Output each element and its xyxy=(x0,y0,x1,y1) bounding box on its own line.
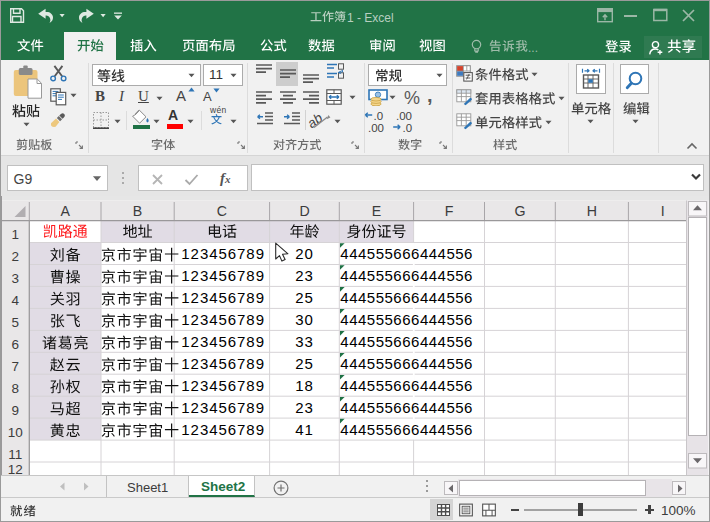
svg-text:41: 41 xyxy=(295,421,314,438)
svg-text:12: 12 xyxy=(8,462,23,476)
svg-text:8: 8 xyxy=(11,381,19,396)
svg-text:10: 10 xyxy=(8,425,23,440)
svg-text:444555666444556: 444555666444556 xyxy=(340,245,473,262)
svg-text:.00: .00 xyxy=(368,122,384,134)
svg-text:444555666444556: 444555666444556 xyxy=(340,289,473,306)
svg-text:123456789: 123456789 xyxy=(181,311,265,328)
svg-text:123456789: 123456789 xyxy=(181,377,265,394)
svg-text:6: 6 xyxy=(11,337,19,352)
svg-text:D: D xyxy=(299,203,309,219)
svg-text:444555666444556: 444555666444556 xyxy=(340,399,473,416)
svg-text:F: F xyxy=(445,203,454,219)
svg-text:2: 2 xyxy=(11,249,19,264)
svg-text:.0: .0 xyxy=(403,122,413,134)
svg-text:.0: .0 xyxy=(374,110,384,122)
svg-text:I: I xyxy=(661,203,665,219)
svg-text:33: 33 xyxy=(295,333,314,350)
svg-text:25: 25 xyxy=(295,355,314,372)
svg-text:H: H xyxy=(587,203,597,219)
svg-text:4: 4 xyxy=(11,293,19,308)
svg-text:23: 23 xyxy=(295,399,314,416)
svg-text:123456789: 123456789 xyxy=(181,399,265,416)
svg-text:444555666444556: 444555666444556 xyxy=(340,355,473,372)
svg-text:18: 18 xyxy=(295,377,314,394)
svg-text:25: 25 xyxy=(295,289,314,306)
svg-text:7: 7 xyxy=(11,359,19,374)
svg-text:444555666444556: 444555666444556 xyxy=(340,377,473,394)
svg-text:444555666444556: 444555666444556 xyxy=(340,267,473,284)
svg-text:444555666444556: 444555666444556 xyxy=(340,311,473,328)
svg-text:B: B xyxy=(133,203,142,219)
svg-text:444555666444556: 444555666444556 xyxy=(340,421,473,438)
svg-text:1: 1 xyxy=(11,227,19,242)
svg-text:30: 30 xyxy=(295,311,314,328)
svg-text:123456789: 123456789 xyxy=(181,421,265,438)
svg-text:444555666444556: 444555666444556 xyxy=(340,333,473,350)
svg-text:E: E xyxy=(372,203,381,219)
svg-text:.00: .00 xyxy=(396,110,412,122)
svg-text:5: 5 xyxy=(11,315,19,330)
svg-text:123456789: 123456789 xyxy=(181,289,265,306)
svg-text:123456789: 123456789 xyxy=(181,333,265,350)
svg-text:20: 20 xyxy=(295,245,314,262)
svg-text:3: 3 xyxy=(11,271,19,286)
svg-text:9: 9 xyxy=(11,403,19,418)
svg-text:123456789: 123456789 xyxy=(181,267,265,284)
svg-text:A: A xyxy=(60,203,70,219)
svg-text:11: 11 xyxy=(8,447,22,462)
svg-text:23: 23 xyxy=(295,267,314,284)
svg-text:123456789: 123456789 xyxy=(181,355,265,372)
svg-text:C: C xyxy=(217,203,227,219)
svg-text:123456789: 123456789 xyxy=(181,245,265,262)
svg-text:G: G xyxy=(514,203,525,219)
